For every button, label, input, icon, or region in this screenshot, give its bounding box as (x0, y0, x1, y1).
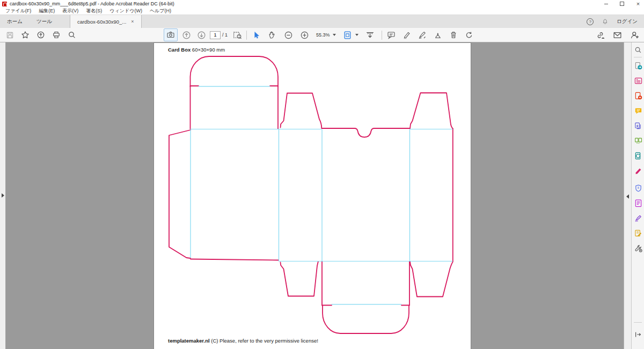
rotate-tool-button[interactable] (463, 29, 475, 41)
menu-file[interactable]: ファイル(F) (2, 8, 35, 14)
select-tool-button[interactable] (250, 29, 262, 41)
top-lid-panel-sides (191, 86, 279, 129)
menu-sign[interactable]: 署名(S) (82, 8, 106, 14)
organize-pages-icon[interactable] (634, 136, 642, 145)
bottom-dust-flap-left (281, 262, 318, 296)
rail-divider (634, 322, 642, 323)
close-button[interactable]: × (635, 1, 641, 6)
page-total-label: / 1 (222, 32, 228, 38)
account-button[interactable] (628, 29, 641, 41)
protect-icon[interactable] (634, 184, 642, 192)
export-pdf-icon[interactable] (634, 61, 642, 70)
hand-tool-button[interactable] (266, 29, 279, 41)
redact-icon[interactable] (634, 166, 642, 175)
help-button[interactable]: ? (587, 18, 594, 25)
rail-divider (634, 57, 642, 57)
more-tools-icon[interactable] (634, 244, 642, 252)
right-panel-collapse-strip[interactable] (624, 42, 631, 349)
zoom-level-value: 55.3% (316, 32, 330, 38)
document-area: Card Box 60×30×90 mm templatemaker.nl (C… (0, 42, 644, 349)
chevron-down-icon[interactable] (355, 34, 358, 36)
minimize-button[interactable] (603, 1, 609, 6)
acrobat-logo-icon (2, 2, 7, 6)
glue-flap (169, 130, 191, 258)
close-icon: × (636, 1, 640, 6)
combine-files-icon[interactable] (634, 121, 642, 130)
bottom-tuck-flap (323, 306, 409, 333)
notifications-bell-icon[interactable] (602, 18, 609, 25)
fill-sign-icon[interactable] (634, 214, 642, 222)
page-number-input[interactable] (210, 31, 221, 39)
window-title: cardbox-60x30x90_mm___6d8et8p5.pdf - Ado… (10, 1, 174, 6)
restore-icon (620, 2, 624, 6)
tab-home[interactable]: ホーム (0, 15, 30, 28)
highlight-tool-button[interactable] (400, 29, 413, 41)
star-button[interactable] (19, 29, 32, 41)
menu-window[interactable]: ウィンドウ(W) (106, 8, 146, 14)
top-dust-flap-left (281, 93, 322, 128)
snapshot-tool-button[interactable] (164, 28, 178, 41)
compress-pdf-icon[interactable] (634, 151, 642, 160)
search-button[interactable] (65, 29, 78, 41)
tab-tools[interactable]: ツール (30, 15, 59, 28)
menu-bar: ファイル(F) 編集(E) 表示(V) 署名(S) ウィンドウ(W) ヘルプ(H… (0, 8, 644, 14)
request-signatures-icon[interactable] (634, 229, 642, 237)
print-button[interactable] (50, 29, 63, 41)
fit-width-button[interactable] (364, 29, 377, 41)
top-tuck-flap (191, 56, 279, 86)
tab-document[interactable]: cardbox-60x30x90_... × (70, 15, 142, 28)
previous-page-button[interactable] (180, 29, 193, 41)
expand-left-panel-icon[interactable] (2, 193, 4, 198)
panel1-bottom-cut (191, 259, 279, 260)
front-panel-top-cut-thumb-notch (322, 128, 410, 137)
pdf-standards-icon[interactable] (634, 199, 642, 207)
pdf-title-text: Card Box 60×30×90 mm (168, 47, 225, 53)
menu-view[interactable]: 表示(V) (58, 8, 82, 14)
tools-rail (631, 42, 644, 349)
zoom-out-button[interactable] (282, 29, 295, 41)
title-bar: cardbox-60x30x90_mm___6d8et8p5.pdf - Ado… (0, 0, 644, 8)
tab-document-label: cardbox-60x30x90_... (77, 19, 126, 25)
menu-help[interactable]: ヘルプ(H) (146, 8, 175, 14)
minimize-icon (604, 4, 608, 4)
comment-icon[interactable] (634, 106, 642, 115)
share-link-button[interactable] (594, 29, 606, 41)
save-button[interactable] (3, 29, 16, 41)
bottom-lid-panel-sides (322, 261, 409, 306)
share-button[interactable] (34, 29, 47, 41)
delete-tool-button[interactable] (447, 29, 460, 41)
pdf-page[interactable]: Card Box 60×30×90 mm templatemaker.nl (C… (154, 43, 471, 349)
bottom-dust-flap-right (410, 262, 453, 297)
zoom-level-dropdown[interactable]: 55.3% (314, 31, 338, 39)
email-button[interactable] (611, 29, 624, 41)
comment-tool-button[interactable] (385, 29, 398, 41)
restore-button[interactable] (619, 1, 625, 6)
zoom-in-button[interactable] (298, 29, 311, 41)
collapse-right-panel-icon[interactable] (626, 194, 629, 199)
expand-panel-icon[interactable] (634, 330, 642, 339)
top-dust-flap-right (410, 93, 453, 129)
box-template-drawing (154, 43, 471, 349)
search-icon[interactable] (634, 46, 642, 54)
stamp-tool-button[interactable] (431, 29, 444, 41)
next-page-button[interactable] (195, 29, 208, 41)
left-panel-collapsed[interactable] (0, 42, 6, 349)
edit-pdf-icon[interactable] (634, 76, 642, 85)
fill-sign-tool-button[interactable] (416, 29, 429, 41)
chevron-down-icon (333, 34, 336, 36)
menu-edit[interactable]: 編集(E) (35, 8, 58, 14)
pdf-footer-text: templatemaker.nl (C) Please, refer to th… (168, 338, 318, 344)
toolbar: / 1 55.3% (0, 28, 644, 42)
fit-page-button[interactable] (341, 29, 354, 41)
tab-close-icon[interactable]: × (131, 19, 134, 24)
tab-bar: ホーム ツール cardbox-60x30x90_... × ? ログイン (0, 14, 644, 28)
marquee-zoom-button[interactable] (231, 29, 244, 41)
login-link[interactable]: ログイン (617, 18, 638, 25)
create-pdf-icon[interactable] (634, 91, 642, 100)
